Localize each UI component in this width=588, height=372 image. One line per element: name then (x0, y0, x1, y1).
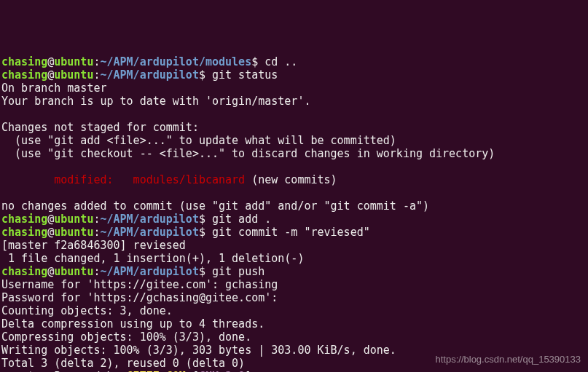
terminal-line: Counting objects: 3, done. (1, 304, 588, 317)
terminal-text: ubuntu (54, 226, 93, 239)
terminal-line: Password for 'https://gchasing@gitee.com… (1, 291, 588, 304)
terminal-text: git add . (212, 213, 271, 226)
terminal-line (1, 160, 588, 173)
terminal-text: 1 file changed, 1 insertion(+), 1 deleti… (1, 252, 304, 265)
terminal-text: (use "git add <file>..." to update what … (1, 134, 396, 147)
terminal-text: chasing (1, 265, 47, 278)
terminal-text: git status (212, 68, 278, 82)
terminal-text: $ (199, 265, 205, 278)
terminal-text: [master f2a6846300] reviesed (1, 239, 186, 252)
terminal-line: modified: modules/libcanard (new commits… (1, 173, 588, 186)
terminal-text: (new commits) (245, 173, 337, 186)
terminal-text: ~/APM/ardupilot (100, 68, 198, 82)
terminal-text: Password for 'https://gchasing@gitee.com… (1, 291, 284, 304)
terminal-text: Your branch is up to date with 'origin/m… (1, 95, 310, 108)
terminal-text: ~/APM/ardupilot/modules (100, 55, 251, 68)
terminal-text: git push (212, 265, 264, 278)
terminal-text (205, 265, 212, 278)
terminal-text: Writing objects: 100% (3/3), 303 bytes |… (1, 344, 396, 357)
terminal-text: Compressing objects: 100% (3/3), done. (1, 331, 251, 344)
terminal-text: Total 3 (delta 2), reused 0 (delta 0) (1, 357, 245, 370)
terminal-line: chasing@ubuntu:~/APM/ardupilot$ git push (1, 265, 588, 278)
terminal-text: Changes not staged for commit: (1, 121, 199, 134)
terminal-text: @ (47, 213, 54, 226)
terminal-line (1, 186, 588, 199)
terminal-line: (use "git add <file>..." to update what … (1, 134, 588, 147)
terminal-line: chasing@ubuntu:~/APM/ardupilot$ git comm… (1, 226, 588, 239)
terminal-text: ~/APM/ardupilot (100, 265, 198, 278)
terminal-line: 1 file changed, 1 insertion(+), 1 deleti… (1, 252, 588, 265)
terminal-text: chasing (1, 68, 47, 82)
terminal-text: Delta compression using up to 4 threads. (1, 317, 264, 331)
terminal-text: chasing (1, 213, 47, 226)
terminal-text (205, 226, 212, 239)
terminal-line: Your branch is up to date with 'origin/m… (1, 95, 588, 108)
terminal-line: Username for 'https://gitee.com': gchasi… (1, 278, 588, 291)
terminal-line: On branch master (1, 82, 588, 95)
terminal-text: $ (199, 226, 205, 239)
terminal-text: ubuntu (54, 265, 93, 278)
terminal-line: Compressing objects: 100% (3/3), done. (1, 331, 588, 344)
terminal-line: chasing@ubuntu:~/APM/ardupilot/modules$ … (1, 55, 588, 68)
terminal-line: no changes added to commit (use "git add… (1, 199, 588, 213)
terminal-text (258, 55, 264, 68)
terminal-text (205, 68, 212, 82)
terminal-line: chasing@ubuntu:~/APM/ardupilot$ git stat… (1, 68, 588, 82)
terminal-text: cd .. (264, 55, 297, 68)
terminal-text: @ (47, 226, 54, 239)
terminal-text: git commit -m "reviesed" (212, 226, 370, 239)
terminal-text: ubuntu (54, 68, 93, 82)
terminal[interactable]: chasing@ubuntu:~/APM/ardupilot/modules$ … (1, 55, 588, 372)
terminal-text: ubuntu (54, 213, 93, 226)
terminal-text: @ (47, 265, 54, 278)
terminal-text: modified: modules/libcanard (1, 173, 245, 186)
terminal-text: ubuntu (54, 55, 93, 68)
terminal-text: @ (47, 55, 54, 68)
terminal-text: ~/APM/ardupilot (100, 226, 198, 239)
terminal-line: Changes not staged for commit: (1, 121, 588, 134)
terminal-text: @ (47, 68, 54, 82)
terminal-line: (use "git checkout -- <file>..." to disc… (1, 147, 588, 160)
terminal-text: no changes added to commit (use "git add… (1, 199, 429, 213)
terminal-text: On branch master (1, 82, 107, 95)
watermark: https://blog.csdn.net/qq_15390133 (436, 353, 581, 366)
terminal-text: $ (199, 68, 205, 82)
terminal-line: [master f2a6846300] reviesed (1, 239, 588, 252)
terminal-text: chasing (1, 226, 47, 239)
terminal-text: Username for 'https://gitee.com': gchasi… (1, 278, 278, 291)
terminal-text: $ (251, 55, 258, 68)
terminal-line: Delta compression using up to 4 threads. (1, 317, 588, 331)
terminal-line (1, 108, 588, 121)
terminal-text: $ (199, 213, 205, 226)
terminal-text: (use "git checkout -- <file>..." to disc… (1, 147, 495, 160)
terminal-text: chasing (1, 55, 47, 68)
terminal-text: ~/APM/ardupilot (100, 213, 198, 226)
terminal-text (205, 213, 212, 226)
terminal-text: Counting objects: 3, done. (1, 304, 173, 317)
terminal-line: chasing@ubuntu:~/APM/ardupilot$ git add … (1, 213, 588, 226)
